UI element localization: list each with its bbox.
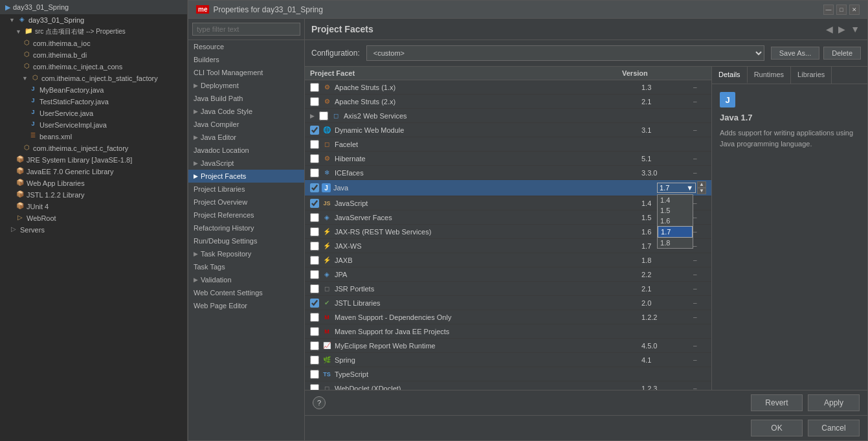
tree-item-src[interactable]: ▼ 📁 src 点击项目右键 --> Properties — [0, 26, 187, 38]
facet-checkbox-jsr-portlets[interactable] — [310, 284, 319, 293]
tab-libraries[interactable]: Libraries — [791, 67, 832, 84]
nav-forward-button[interactable]: ▶ — [837, 23, 847, 36]
nav-item-refactoring[interactable]: Refactoring History — [188, 221, 304, 234]
tree-item-root[interactable]: ▼ ◈ day33_01_Spring — [0, 14, 187, 26]
nav-item-task-tags[interactable]: Task Tags — [188, 260, 304, 273]
version-arrow[interactable]: – — [693, 199, 706, 207]
tree-item-webroot[interactable]: ▷ WebRoot — [0, 212, 187, 224]
nav-item-cli[interactable]: CLI Tool Management — [188, 66, 304, 79]
facet-checkbox-maven-deps[interactable] — [310, 313, 319, 322]
version-option-16[interactable]: 1.6 — [658, 216, 693, 226]
facet-checkbox-javascript[interactable] — [310, 199, 319, 208]
version-arrow[interactable]: – — [693, 98, 706, 105]
version-arrow[interactable]: – — [693, 342, 706, 349]
facet-checkbox-myeclipse[interactable] — [310, 341, 319, 350]
version-arrow[interactable]: – — [693, 214, 706, 221]
nav-item-builders[interactable]: Builders — [188, 53, 304, 66]
version-down-button[interactable]: ▼ — [697, 188, 706, 194]
tree-item-userservice[interactable]: J UserService.java — [0, 107, 187, 119]
nav-item-project-overview[interactable]: Project Overview — [188, 196, 304, 209]
close-button[interactable]: ✕ — [849, 5, 860, 15]
tree-item-jstl-lib[interactable]: 📦 JSTL 1.2.2 Library — [0, 189, 187, 201]
nav-item-java-build-path[interactable]: Java Build Path — [188, 92, 304, 105]
tree-item-servers[interactable]: ▷ Servers — [0, 224, 187, 236]
version-arrow[interactable]: – — [693, 242, 706, 249]
nav-item-java-code-style[interactable]: ▶ Java Code Style — [188, 105, 304, 118]
nav-down-button[interactable]: ▼ — [849, 23, 861, 36]
version-arrow[interactable]: – — [693, 271, 706, 278]
nav-item-task-repository[interactable]: ▶ Task Repository — [188, 247, 304, 260]
facet-checkbox-dynamic-web[interactable] — [310, 126, 319, 135]
version-arrow[interactable]: – — [693, 385, 706, 390]
tree-item-userserviceimpl[interactable]: J UserServiceImpl.java — [0, 119, 187, 131]
delete-button[interactable]: Delete — [823, 47, 861, 60]
tree-item-beanfactory[interactable]: J MyBeanFactory.java — [0, 84, 187, 96]
facet-checkbox-java[interactable] — [310, 183, 319, 192]
nav-item-java-editor[interactable]: ▶ Java Editor — [188, 131, 304, 144]
save-as-button[interactable]: Save As... — [771, 47, 820, 60]
tree-item-inject-c[interactable]: ⬡ com.itheima.c_inject.c_factory — [0, 142, 187, 154]
tree-item-javaee[interactable]: 📦 JavaEE 7.0 Generic Library — [0, 166, 187, 177]
nav-item-web-page-editor[interactable]: Web Page Editor — [188, 299, 304, 312]
facet-checkbox-hibernate[interactable] — [310, 154, 319, 163]
version-arrow[interactable]: – — [693, 356, 706, 363]
tab-runtimes[interactable]: Runtimes — [748, 67, 791, 84]
facet-checkbox-jpa[interactable] — [310, 270, 319, 279]
tree-item-di[interactable]: ⬡ com.itheima.b_di — [0, 49, 187, 61]
facet-row-java[interactable]: J Java 1.7 ▼ 1.4 1.5 1 — [305, 180, 711, 196]
version-option-17[interactable]: 1.4 — [658, 195, 693, 205]
facet-checkbox-jaxb[interactable] — [310, 256, 319, 265]
version-option-18[interactable]: 1.8 — [658, 238, 693, 248]
version-arrow[interactable]: – — [693, 126, 706, 133]
version-arrow[interactable]: – — [693, 84, 706, 91]
expand-icon[interactable]: ▶ — [310, 113, 318, 119]
facet-checkbox-facelet[interactable] — [310, 140, 319, 149]
tab-details[interactable]: Details — [712, 67, 748, 84]
facet-checkbox-typescript[interactable] — [310, 370, 319, 379]
nav-item-javadoc[interactable]: Javadoc Location — [188, 144, 304, 157]
version-arrow[interactable]: – — [693, 285, 706, 292]
help-button[interactable]: ? — [313, 396, 326, 409]
tree-item-ioc[interactable]: ⬡ com.itheima.a_ioc — [0, 38, 187, 49]
version-arrow[interactable]: – — [693, 313, 706, 321]
tree-item-inject-a[interactable]: ⬡ com.itheima.c_inject.a_cons — [0, 61, 187, 73]
ok-button[interactable]: OK — [751, 420, 803, 436]
version-arrow[interactable]: – — [693, 169, 706, 176]
configuration-select[interactable]: <custom> — [366, 45, 764, 61]
tree-item-junit[interactable]: 📦 JUnit 4 — [0, 201, 187, 212]
maximize-button[interactable]: □ — [836, 5, 847, 15]
facet-checkbox-webdoclet[interactable] — [310, 384, 319, 390]
facet-checkbox-axis2[interactable] — [319, 111, 328, 120]
nav-item-run-debug[interactable]: Run/Debug Settings — [188, 234, 304, 247]
version-option-15[interactable]: 1.5 — [658, 205, 693, 216]
facet-checkbox-spring[interactable] — [310, 356, 319, 365]
facet-checkbox-jax-rs[interactable] — [310, 227, 319, 236]
nav-item-java-compiler[interactable]: Java Compiler — [188, 118, 304, 131]
revert-button[interactable]: Revert — [751, 394, 803, 411]
facet-checkbox-jsf[interactable] — [310, 213, 319, 222]
version-arrow[interactable]: – — [693, 299, 706, 306]
version-arrow[interactable]: – — [693, 256, 706, 264]
nav-item-validation[interactable]: ▶ Validation — [188, 273, 304, 286]
version-arrow[interactable]: – — [693, 228, 706, 235]
nav-item-deployment[interactable]: ▶ Deployment — [188, 79, 304, 92]
minimize-button[interactable]: — — [823, 5, 834, 15]
nav-item-project-references[interactable]: Project References — [188, 209, 304, 221]
facet-checkbox-apache-struts-2[interactable] — [310, 97, 319, 106]
tree-item-webapp[interactable]: 📦 Web App Libraries — [0, 177, 187, 189]
version-up-button[interactable]: ▲ — [697, 181, 706, 188]
version-option-17-selected[interactable]: 1.7 — [658, 226, 693, 238]
tree-item-beans[interactable]: ☰ beans.xml — [0, 131, 187, 142]
facet-checkbox-maven-javaee[interactable] — [310, 327, 319, 336]
version-display[interactable]: 1.7 ▼ — [657, 183, 696, 193]
apply-button[interactable]: Apply — [808, 394, 860, 411]
facet-checkbox-jax-ws[interactable] — [310, 242, 319, 251]
nav-item-javascript[interactable]: ▶ JavaScript — [188, 157, 304, 170]
cancel-button[interactable]: Cancel — [808, 420, 860, 436]
facet-checkbox-icefaces[interactable] — [310, 168, 319, 177]
nav-item-resource[interactable]: Resource — [188, 40, 304, 53]
facet-checkbox-jstl[interactable] — [310, 299, 319, 308]
nav-back-button[interactable]: ◀ — [825, 23, 834, 36]
version-arrow[interactable]: – — [693, 155, 706, 162]
nav-item-project-libraries[interactable]: Project Libraries — [188, 183, 304, 196]
